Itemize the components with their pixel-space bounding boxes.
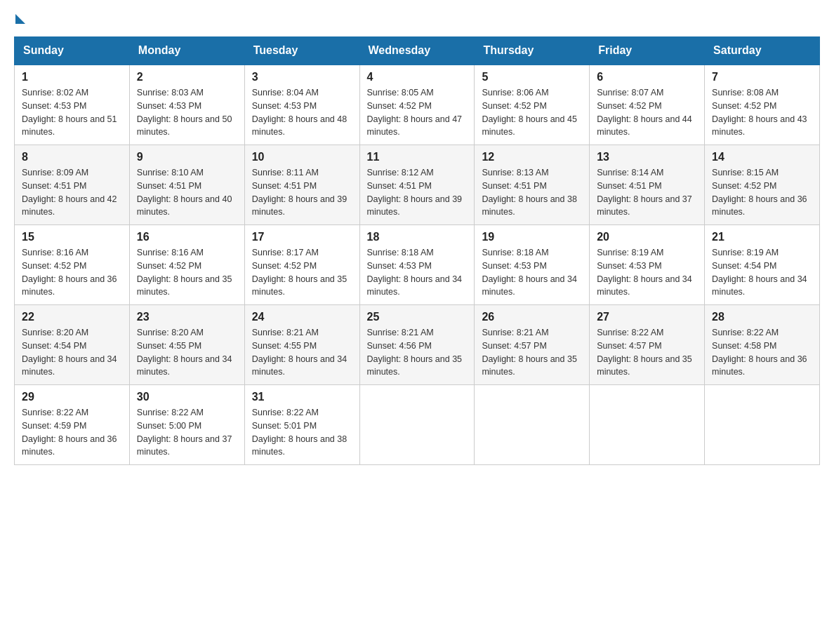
day-info: Sunrise: 8:22 AMSunset: 4:59 PMDaylight:… <box>22 406 122 459</box>
day-number: 18 <box>367 231 468 243</box>
column-header-sunday: Sunday <box>15 37 130 65</box>
day-number: 23 <box>137 311 237 323</box>
page-header <box>14 14 820 22</box>
logo-text <box>14 14 25 24</box>
day-number: 13 <box>597 151 697 163</box>
calendar-cell: 17Sunrise: 8:17 AMSunset: 4:52 PMDayligh… <box>244 225 359 305</box>
calendar-cell: 1Sunrise: 8:02 AMSunset: 4:53 PMDaylight… <box>15 65 130 145</box>
day-number: 20 <box>597 231 697 243</box>
calendar-cell: 20Sunrise: 8:19 AMSunset: 4:53 PMDayligh… <box>590 225 705 305</box>
calendar-cell: 19Sunrise: 8:18 AMSunset: 4:53 PMDayligh… <box>475 225 590 305</box>
calendar-cell: 29Sunrise: 8:22 AMSunset: 4:59 PMDayligh… <box>15 385 130 465</box>
calendar-week-row: 15Sunrise: 8:16 AMSunset: 4:52 PMDayligh… <box>15 225 820 305</box>
day-number: 29 <box>22 391 122 403</box>
day-info: Sunrise: 8:21 AMSunset: 4:55 PMDaylight:… <box>252 326 352 379</box>
calendar-week-row: 22Sunrise: 8:20 AMSunset: 4:54 PMDayligh… <box>15 305 820 385</box>
calendar-week-row: 8Sunrise: 8:09 AMSunset: 4:51 PMDaylight… <box>15 145 820 225</box>
day-info: Sunrise: 8:21 AMSunset: 4:57 PMDaylight:… <box>482 326 582 379</box>
day-info: Sunrise: 8:19 AMSunset: 4:53 PMDaylight:… <box>597 246 697 299</box>
calendar-cell <box>475 385 590 465</box>
column-header-wednesday: Wednesday <box>359 37 475 65</box>
day-info: Sunrise: 8:21 AMSunset: 4:56 PMDaylight:… <box>367 326 468 379</box>
day-number: 14 <box>712 151 812 163</box>
calendar-cell: 25Sunrise: 8:21 AMSunset: 4:56 PMDayligh… <box>359 305 475 385</box>
calendar-header-row: SundayMondayTuesdayWednesdayThursdayFrid… <box>15 37 820 65</box>
day-number: 8 <box>22 151 122 163</box>
calendar-cell: 28Sunrise: 8:22 AMSunset: 4:58 PMDayligh… <box>705 305 820 385</box>
calendar-cell: 8Sunrise: 8:09 AMSunset: 4:51 PMDaylight… <box>15 145 130 225</box>
day-info: Sunrise: 8:04 AMSunset: 4:53 PMDaylight:… <box>252 86 352 139</box>
calendar-cell: 5Sunrise: 8:06 AMSunset: 4:52 PMDaylight… <box>475 65 590 145</box>
day-info: Sunrise: 8:06 AMSunset: 4:52 PMDaylight:… <box>482 86 582 139</box>
day-number: 24 <box>252 311 352 323</box>
calendar-week-row: 1Sunrise: 8:02 AMSunset: 4:53 PMDaylight… <box>15 65 820 145</box>
day-info: Sunrise: 8:10 AMSunset: 4:51 PMDaylight:… <box>137 166 237 219</box>
day-info: Sunrise: 8:15 AMSunset: 4:52 PMDaylight:… <box>712 166 812 219</box>
day-info: Sunrise: 8:17 AMSunset: 4:52 PMDaylight:… <box>252 246 352 299</box>
day-number: 25 <box>367 311 468 323</box>
calendar-cell <box>359 385 475 465</box>
day-info: Sunrise: 8:20 AMSunset: 4:55 PMDaylight:… <box>137 326 237 379</box>
calendar-cell: 10Sunrise: 8:11 AMSunset: 4:51 PMDayligh… <box>244 145 359 225</box>
day-info: Sunrise: 8:20 AMSunset: 4:54 PMDaylight:… <box>22 326 122 379</box>
day-info: Sunrise: 8:02 AMSunset: 4:53 PMDaylight:… <box>22 86 122 139</box>
day-info: Sunrise: 8:19 AMSunset: 4:54 PMDaylight:… <box>712 246 812 299</box>
day-number: 3 <box>252 71 352 83</box>
calendar-cell: 13Sunrise: 8:14 AMSunset: 4:51 PMDayligh… <box>590 145 705 225</box>
column-header-monday: Monday <box>129 37 244 65</box>
day-number: 10 <box>252 151 352 163</box>
day-info: Sunrise: 8:14 AMSunset: 4:51 PMDaylight:… <box>597 166 697 219</box>
day-info: Sunrise: 8:16 AMSunset: 4:52 PMDaylight:… <box>137 246 237 299</box>
day-info: Sunrise: 8:11 AMSunset: 4:51 PMDaylight:… <box>252 166 352 219</box>
logo <box>14 14 25 22</box>
calendar-cell: 12Sunrise: 8:13 AMSunset: 4:51 PMDayligh… <box>475 145 590 225</box>
day-info: Sunrise: 8:22 AMSunset: 4:57 PMDaylight:… <box>597 326 697 379</box>
calendar-cell: 3Sunrise: 8:04 AMSunset: 4:53 PMDaylight… <box>244 65 359 145</box>
calendar-cell <box>590 385 705 465</box>
day-number: 31 <box>252 391 352 403</box>
calendar-cell: 2Sunrise: 8:03 AMSunset: 4:53 PMDaylight… <box>129 65 244 145</box>
day-info: Sunrise: 8:16 AMSunset: 4:52 PMDaylight:… <box>22 246 122 299</box>
calendar-cell: 6Sunrise: 8:07 AMSunset: 4:52 PMDaylight… <box>590 65 705 145</box>
day-number: 11 <box>367 151 468 163</box>
day-number: 12 <box>482 151 582 163</box>
day-number: 27 <box>597 311 697 323</box>
day-number: 28 <box>712 311 812 323</box>
day-number: 30 <box>137 391 237 403</box>
day-info: Sunrise: 8:05 AMSunset: 4:52 PMDaylight:… <box>367 86 468 139</box>
day-info: Sunrise: 8:12 AMSunset: 4:51 PMDaylight:… <box>367 166 468 219</box>
calendar-cell: 31Sunrise: 8:22 AMSunset: 5:01 PMDayligh… <box>244 385 359 465</box>
day-info: Sunrise: 8:03 AMSunset: 4:53 PMDaylight:… <box>137 86 237 139</box>
day-number: 5 <box>482 71 582 83</box>
day-number: 1 <box>22 71 122 83</box>
day-info: Sunrise: 8:22 AMSunset: 5:01 PMDaylight:… <box>252 406 352 459</box>
calendar-cell: 22Sunrise: 8:20 AMSunset: 4:54 PMDayligh… <box>15 305 130 385</box>
day-number: 22 <box>22 311 122 323</box>
day-number: 15 <box>22 231 122 243</box>
calendar-cell: 11Sunrise: 8:12 AMSunset: 4:51 PMDayligh… <box>359 145 475 225</box>
day-number: 17 <box>252 231 352 243</box>
calendar-cell: 4Sunrise: 8:05 AMSunset: 4:52 PMDaylight… <box>359 65 475 145</box>
calendar-cell: 23Sunrise: 8:20 AMSunset: 4:55 PMDayligh… <box>129 305 244 385</box>
day-number: 4 <box>367 71 468 83</box>
day-number: 6 <box>597 71 697 83</box>
day-number: 16 <box>137 231 237 243</box>
day-info: Sunrise: 8:18 AMSunset: 4:53 PMDaylight:… <box>367 246 468 299</box>
day-info: Sunrise: 8:22 AMSunset: 4:58 PMDaylight:… <box>712 326 812 379</box>
day-info: Sunrise: 8:13 AMSunset: 4:51 PMDaylight:… <box>482 166 582 219</box>
column-header-friday: Friday <box>590 37 705 65</box>
calendar-cell: 26Sunrise: 8:21 AMSunset: 4:57 PMDayligh… <box>475 305 590 385</box>
day-info: Sunrise: 8:09 AMSunset: 4:51 PMDaylight:… <box>22 166 122 219</box>
day-info: Sunrise: 8:22 AMSunset: 5:00 PMDaylight:… <box>137 406 237 459</box>
day-info: Sunrise: 8:18 AMSunset: 4:53 PMDaylight:… <box>482 246 582 299</box>
calendar-cell: 14Sunrise: 8:15 AMSunset: 4:52 PMDayligh… <box>705 145 820 225</box>
day-number: 26 <box>482 311 582 323</box>
calendar-cell: 15Sunrise: 8:16 AMSunset: 4:52 PMDayligh… <box>15 225 130 305</box>
column-header-tuesday: Tuesday <box>244 37 359 65</box>
logo-triangle-icon <box>15 14 25 24</box>
calendar-cell: 7Sunrise: 8:08 AMSunset: 4:52 PMDaylight… <box>705 65 820 145</box>
calendar-cell: 9Sunrise: 8:10 AMSunset: 4:51 PMDaylight… <box>129 145 244 225</box>
column-header-thursday: Thursday <box>475 37 590 65</box>
day-number: 7 <box>712 71 812 83</box>
calendar-cell <box>705 385 820 465</box>
